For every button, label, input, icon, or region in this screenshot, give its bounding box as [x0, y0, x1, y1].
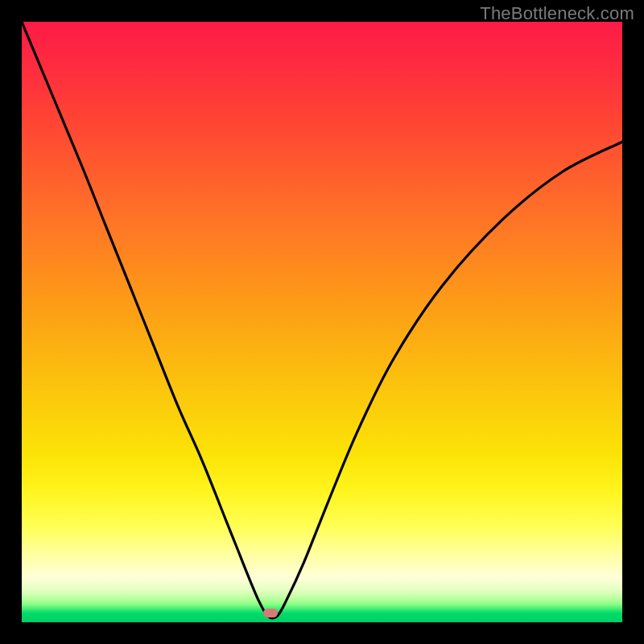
- chart-frame: TheBottleneck.com: [0, 0, 644, 644]
- plot-area: [22, 22, 622, 622]
- optimal-point-marker: [263, 609, 278, 617]
- bottleneck-curve: [22, 22, 622, 622]
- attribution-label: TheBottleneck.com: [480, 3, 634, 24]
